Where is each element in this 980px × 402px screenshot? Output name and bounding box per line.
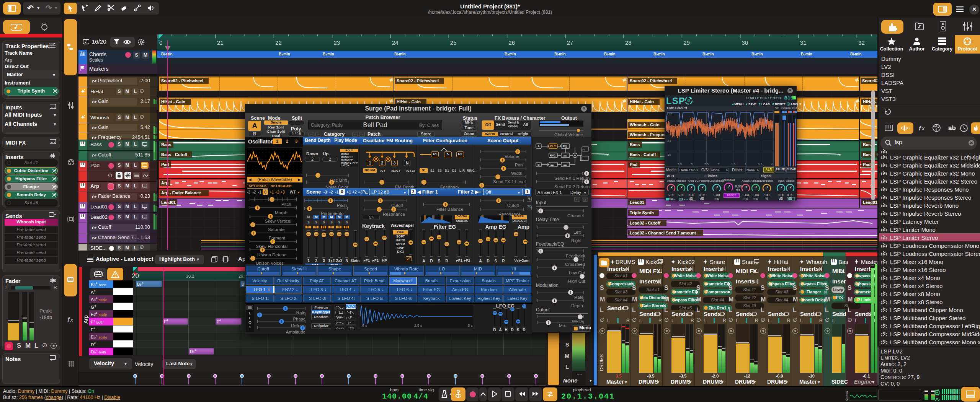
svg-text:1.5: 1.5 [731, 163, 736, 166]
svg-text:A: A [537, 145, 540, 148]
svg-text:1: 1 [745, 163, 746, 166]
svg-text:0.5: 0.5 [758, 163, 763, 166]
svg-text:2.5: 2.5 [704, 163, 709, 166]
svg-text:0: 0 [771, 163, 773, 166]
svg-text:+ −: + − [684, 198, 688, 201]
svg-text:-24: -24 [667, 140, 671, 142]
svg-text:▬: ▬ [564, 154, 567, 157]
svg-text:+ −: + − [671, 198, 675, 201]
svg-text:B: B [537, 163, 540, 166]
svg-text:3.5: 3.5 [678, 163, 682, 166]
svg-text:-36: -36 [667, 153, 671, 156]
svg-text:EQ: EQ [563, 145, 567, 148]
svg-text:0 dB: 0 dB [667, 112, 673, 115]
svg-text:3: 3 [691, 163, 693, 166]
svg-text:▬: ▬ [550, 163, 554, 166]
svg-text:RV1: RV1 [550, 154, 556, 157]
svg-text:DLY: DLY [550, 145, 556, 148]
svg-text:2: 2 [718, 163, 720, 166]
svg-text:▬: ▬ [564, 163, 567, 166]
